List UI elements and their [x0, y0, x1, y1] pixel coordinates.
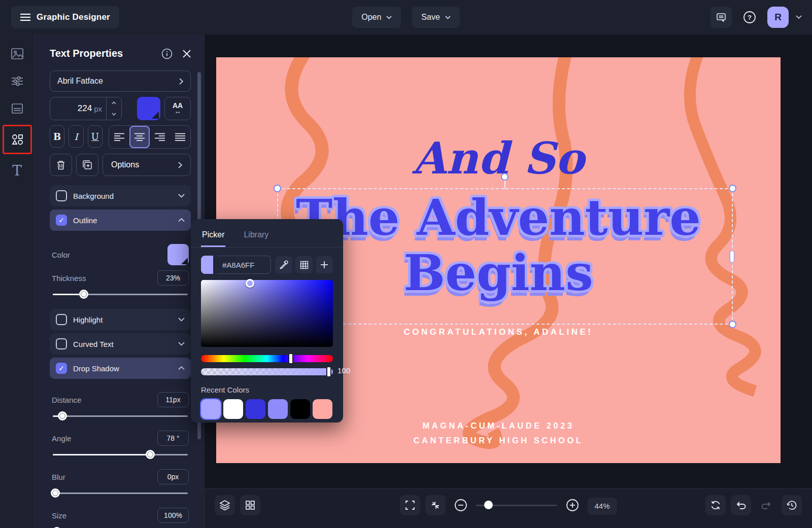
canvas-script-text[interactable]: And So: [216, 132, 781, 184]
stepper-up-icon[interactable]: [107, 97, 121, 109]
curved-text-checkbox[interactable]: [56, 338, 67, 349]
align-justify-button[interactable]: [170, 126, 190, 148]
section-highlight[interactable]: Highlight: [50, 309, 191, 330]
shadow-size-value[interactable]: 100%: [157, 508, 189, 523]
section-outline[interactable]: ✓ Outline: [50, 209, 191, 231]
outline-thickness-slider[interactable]: [53, 290, 188, 299]
shadow-blur-value[interactable]: 0px: [157, 469, 189, 484]
add-color-button[interactable]: [316, 256, 333, 273]
options-button[interactable]: Options: [103, 154, 191, 176]
delete-button[interactable]: [50, 154, 72, 176]
hue-slider-thumb[interactable]: [288, 353, 293, 364]
letter-spacing-button[interactable]: AA ↔: [164, 97, 191, 120]
rail-item-text[interactable]: T: [6, 159, 28, 182]
drop-shadow-checkbox[interactable]: ✓: [56, 363, 67, 374]
resize-handle-top-right[interactable]: [729, 185, 736, 192]
rail-item-templates[interactable]: [6, 97, 28, 120]
underline-button[interactable]: U: [88, 125, 103, 148]
bold-button[interactable]: B: [50, 125, 64, 148]
font-size-field[interactable]: 224 px: [50, 97, 122, 120]
recent-color-swatch[interactable]: [268, 399, 288, 419]
shadow-angle-value[interactable]: 78 °: [157, 431, 189, 446]
duplicate-button[interactable]: [76, 154, 98, 176]
palette-grid-button[interactable]: [295, 256, 313, 273]
avatar[interactable]: R: [767, 7, 789, 28]
fit-to-screen-button[interactable]: [425, 495, 445, 515]
pages-button[interactable]: [240, 495, 260, 515]
zoom-out-button[interactable]: [450, 495, 470, 515]
saturation-area[interactable]: [201, 280, 333, 347]
info-icon[interactable]: [161, 48, 173, 59]
current-color-swatch[interactable]: [201, 256, 213, 274]
shadow-distance-value[interactable]: 11px: [157, 392, 189, 407]
zoom-in-button[interactable]: [562, 495, 582, 515]
align-center-button[interactable]: [129, 126, 150, 148]
feedback-button[interactable]: [710, 7, 732, 28]
rail-item-shapes[interactable]: [6, 128, 28, 151]
opacity-slider[interactable]: 100: [201, 368, 333, 375]
options-label: Options: [111, 160, 139, 169]
section-label: Drop Shadow: [73, 364, 119, 373]
rail-item-adjustments[interactable]: [6, 70, 28, 92]
background-checkbox[interactable]: [56, 190, 67, 201]
outline-checkbox[interactable]: ✓: [56, 215, 67, 226]
align-left-button[interactable]: [109, 126, 129, 148]
tab-picker[interactable]: Picker: [201, 227, 225, 247]
zoom-level-field[interactable]: 44%: [587, 498, 617, 515]
section-label: Highlight: [73, 315, 103, 324]
shadow-distance-slider[interactable]: [53, 411, 188, 420]
account-chevron-icon[interactable]: [796, 15, 802, 19]
help-button[interactable]: ?: [739, 7, 760, 28]
section-background[interactable]: Background: [50, 185, 191, 206]
saturation-cursor[interactable]: [246, 279, 254, 288]
undo-button[interactable]: [731, 495, 751, 515]
opacity-value[interactable]: 100: [337, 366, 350, 375]
section-curved-text[interactable]: Curved Text: [50, 333, 191, 355]
section-label: Outline: [73, 216, 97, 225]
history-button[interactable]: [782, 495, 802, 515]
font-family-select[interactable]: Abril Fatface: [50, 71, 191, 92]
grid-icon: [245, 500, 255, 510]
layers-button[interactable]: [215, 495, 235, 515]
shadow-blur-slider[interactable]: [53, 488, 188, 498]
recent-color-swatch[interactable]: [246, 399, 265, 419]
highlight-checkbox[interactable]: [56, 314, 67, 325]
tab-library[interactable]: Library: [243, 227, 269, 247]
align-right-button[interactable]: [150, 126, 170, 148]
outline-thickness-value[interactable]: 23%: [157, 270, 189, 286]
open-button[interactable]: Open: [352, 7, 401, 28]
rotate-handle[interactable]: [501, 173, 509, 181]
rail-item-images[interactable]: [6, 43, 28, 65]
outline-color-swatch[interactable]: [167, 244, 189, 265]
opacity-slider-thumb[interactable]: [326, 366, 331, 377]
resize-handle-right[interactable]: [730, 251, 734, 263]
close-icon[interactable]: [183, 50, 191, 58]
shadow-angle-slider[interactable]: [53, 450, 188, 459]
save-button[interactable]: Save: [412, 7, 459, 28]
zoom-slider-thumb[interactable]: [484, 501, 492, 509]
main-menu-button[interactable]: Graphic Designer: [11, 6, 119, 28]
text-color-swatch[interactable]: [137, 97, 160, 120]
fullscreen-button[interactable]: [399, 495, 420, 515]
recent-color-swatch[interactable]: [290, 399, 310, 419]
recent-color-swatch[interactable]: [223, 399, 243, 419]
section-drop-shadow[interactable]: ✓ Drop Shadow: [50, 358, 191, 379]
hex-input[interactable]: [217, 256, 271, 274]
eyedropper-button[interactable]: [275, 256, 292, 273]
recent-color-swatch[interactable]: [313, 399, 332, 419]
plus-icon: [320, 261, 328, 269]
resize-handle-bottom-right[interactable]: [729, 321, 736, 328]
recent-color-swatch[interactable]: [201, 399, 221, 419]
refresh-button[interactable]: [705, 495, 726, 515]
italic-button[interactable]: I: [69, 125, 83, 148]
svg-text:?: ?: [748, 14, 752, 21]
stepper-down-icon[interactable]: [107, 109, 121, 120]
canvas-footer-text[interactable]: MAGNA-CUM-LAUDE 2023 CANTERBURY HIGH SCH…: [216, 418, 781, 448]
save-button-label: Save: [421, 13, 439, 22]
zoom-slider[interactable]: [476, 495, 557, 515]
undo-icon: [735, 500, 747, 511]
hue-slider[interactable]: [201, 355, 333, 362]
image-icon: [11, 47, 24, 60]
resize-handle-top-left[interactable]: [274, 185, 281, 192]
redo-button[interactable]: [756, 495, 776, 515]
